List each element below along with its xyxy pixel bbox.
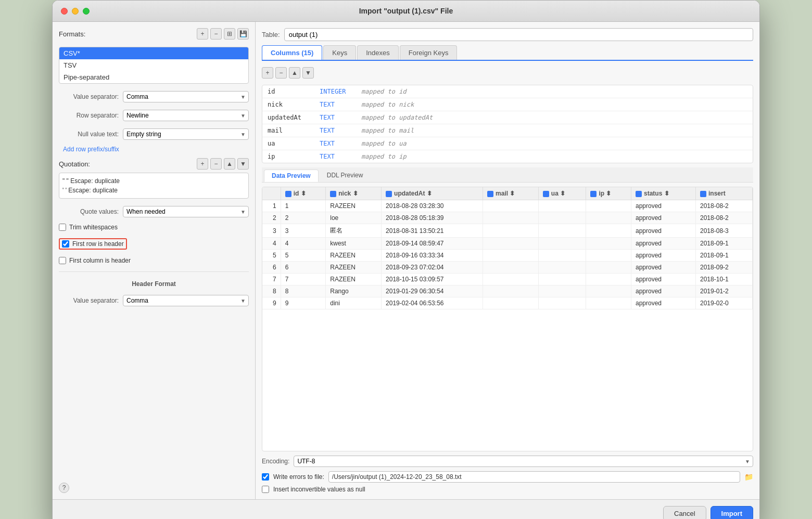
th-updatedat[interactable]: updatedAt ⬍ [382,187,483,200]
table-row: 8 8 Rango 2019-01-29 06:30:54 approved 2… [262,286,753,297]
cell-nick: kwest [326,238,382,250]
add-prefix-link[interactable]: Add row prefix/suffix [63,146,119,153]
tab-keys[interactable]: Keys [323,45,356,60]
cell-status: approved [631,212,696,224]
cell-insert: 2019-01-2 [696,286,753,297]
col-name-ip: ip [268,153,320,160]
cell-nick: loe [326,212,382,224]
quote-values-select[interactable]: When needed Always Never [123,206,249,217]
col-mapped-nick: mapped to nick [361,101,414,108]
tab-columns[interactable]: Columns (15) [262,45,322,60]
th-ip[interactable]: ip ⬍ [586,187,631,200]
help-button[interactable]: ? [59,483,69,493]
header-value-sep-select-wrapper: Comma Tab Semicolon ▼ [123,295,249,306]
header-format-label: Header Format [59,280,249,288]
cell-rownum: 9 [262,297,281,309]
columns-list: id INTEGER mapped to id nick TEXT mapped… [262,85,753,163]
cell-id: 8 [281,286,326,297]
quotation-item-single[interactable]: ' ' Escape: duplicate [62,186,245,195]
value-separator-select[interactable]: Comma Tab Semicolon Space [123,91,249,102]
th-nick[interactable]: nick ⬍ [326,187,382,200]
trim-whitespaces-checkbox[interactable] [59,224,66,231]
title-bar: Import "output (1).csv" File [53,1,759,22]
tab-foreign-keys[interactable]: Foreign Keys [400,45,458,60]
column-row-nick: nick TEXT mapped to nick [262,98,753,111]
cell-ip [586,297,631,309]
format-item-tsv[interactable]: TSV [59,59,248,71]
cell-id: 9 [281,297,326,309]
write-errors-checkbox[interactable] [262,473,269,481]
add-quotation-button[interactable]: + [197,158,208,170]
insert-null-checkbox[interactable] [262,486,269,493]
cell-insert: 2019-02-0 [696,297,753,309]
cell-nick: dini [326,297,382,309]
cell-rownum: 4 [262,238,281,250]
remove-quotation-button[interactable]: − [210,158,222,170]
up-column-button[interactable]: ▲ [289,67,300,79]
header-value-sep-select[interactable]: Comma Tab Semicolon [123,295,249,306]
format-item-csv[interactable]: CSV* [59,47,248,59]
table-row: 7 7 RAZEEN 2018-10-15 03:09:57 approved … [262,274,753,286]
write-errors-path-input[interactable] [328,471,740,483]
minimize-button[interactable] [72,8,79,15]
cell-updatedat: 2018-10-15 03:09:57 [382,274,483,286]
add-column-button[interactable]: + [262,67,273,79]
save-format-button[interactable]: 💾 [237,28,249,40]
remove-format-button[interactable]: − [210,28,222,40]
cell-id: 5 [281,250,326,262]
preview-tab-ddl[interactable]: DDL Preview [320,170,371,182]
quotation-item-double[interactable]: " " Escape: duplicate [62,176,245,186]
close-button[interactable] [61,8,68,15]
up-quotation-button[interactable]: ▲ [224,158,235,170]
cell-insert: 2018-10-1 [696,274,753,286]
cell-status: approved [631,286,696,297]
row-separator-label: Row separator: [59,112,119,119]
th-status[interactable]: status ⬍ [631,187,696,200]
cell-rownum: 3 [262,224,281,238]
cell-ua [538,200,586,212]
col-mapped-updatedat: mapped to updatedAt [361,114,433,121]
first-col-header-checkbox[interactable] [59,257,66,264]
cell-id: 6 [281,262,326,274]
preview-tab-data[interactable]: Data Preview [264,170,319,182]
insert-null-label: Insert inconvertible values as null [273,486,365,493]
cell-id: 3 [281,224,326,238]
copy-format-button[interactable]: ⊞ [224,28,235,40]
cell-ua [538,212,586,224]
row-separator-select-wrapper: Newline CR+LF CR ▼ [123,110,249,121]
cancel-button[interactable]: Cancel [663,506,706,519]
remove-column-button[interactable]: − [275,67,287,79]
cell-status: approved [631,250,696,262]
encoding-select[interactable]: UTF-8 UTF-16 Latin-1 [294,456,753,467]
add-format-button[interactable]: + [197,28,208,40]
header-value-sep-label: Value separator: [59,297,119,304]
th-insert[interactable]: insert [696,187,753,200]
add-prefix-row: Add row prefix/suffix [59,145,249,153]
col-type-updatedat: TEXT [320,114,361,121]
null-value-select[interactable]: Empty string NULL \N [123,128,249,140]
th-id[interactable]: id ⬍ [281,187,326,200]
null-value-label: Null value text: [59,131,119,138]
cell-updatedat: 2018-08-31 13:50:21 [382,224,483,238]
first-row-header-checkbox[interactable] [62,240,69,248]
traffic-lights [61,8,90,15]
formats-list: CSV* TSV Pipe-separated [59,47,249,84]
down-quotation-button[interactable]: ▼ [237,158,249,170]
th-mail[interactable]: mail ⬍ [483,187,539,200]
table-name-input[interactable] [284,28,753,41]
format-item-pipe[interactable]: Pipe-separated [59,71,248,83]
table-row: 9 9 dini 2019-02-04 06:53:56 approved 20… [262,297,753,309]
footer: Cancel Import [53,499,759,519]
column-row-ip: ip TEXT mapped to ip [262,150,753,163]
encoding-label: Encoding: [262,458,289,465]
folder-icon[interactable]: 📁 [744,473,753,481]
import-button[interactable]: Import [710,506,753,519]
fullscreen-button[interactable] [83,8,90,15]
cell-insert: 2018-08-2 [696,200,753,212]
tab-indexes[interactable]: Indexes [357,45,399,60]
cell-status: approved [631,297,696,309]
cell-updatedat: 2018-09-16 03:33:34 [382,250,483,262]
down-column-button[interactable]: ▼ [302,67,314,79]
row-separator-select[interactable]: Newline CR+LF CR [123,110,249,121]
th-ua[interactable]: ua ⬍ [538,187,586,200]
